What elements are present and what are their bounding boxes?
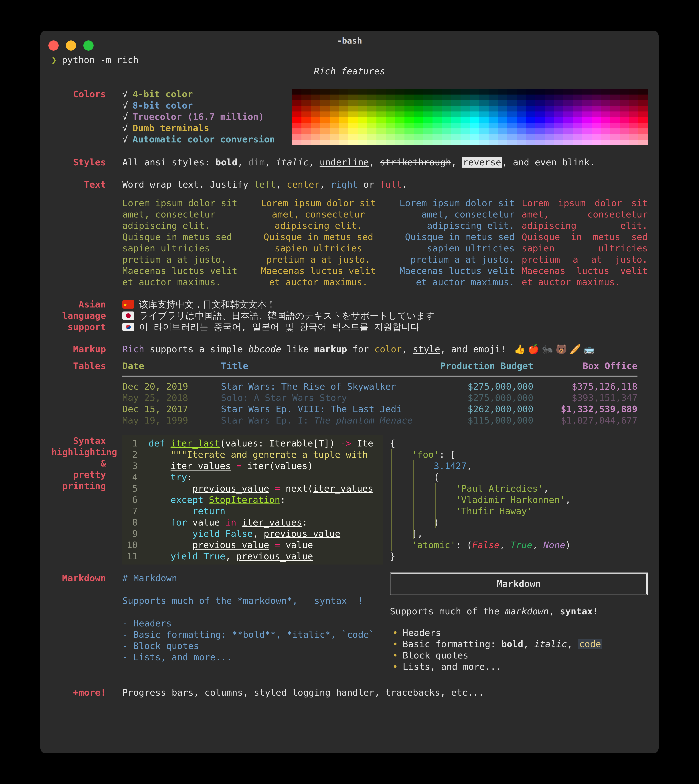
spectrum-cell — [517, 128, 526, 134]
spectrum-cell — [451, 106, 460, 111]
spectrum-cell — [423, 117, 432, 123]
spectrum-cell — [582, 89, 591, 95]
spectrum-cell — [330, 117, 339, 123]
spectrum-cell — [489, 89, 498, 95]
text-segment: for — [347, 344, 374, 354]
check-icon: √ — [122, 134, 128, 145]
spectrum-cell — [638, 134, 648, 140]
spectrum-cell — [301, 89, 311, 95]
spectrum-cell — [395, 89, 404, 95]
text-segment: : — [187, 472, 192, 483]
spectrum-cell — [479, 140, 489, 145]
page-title: Rich features — [51, 66, 648, 77]
markdown-bullet-item: •Block quotes — [390, 650, 648, 661]
text-segment: $393,151,347 — [544, 392, 638, 404]
text-segment: previous_value — [192, 483, 269, 494]
spectrum-cell — [554, 95, 563, 100]
spectrum-cell — [591, 111, 601, 117]
text-segment: Lists, and more... — [403, 661, 501, 672]
section-label-tables: Tables — [51, 360, 122, 426]
text-segment: . — [590, 157, 595, 168]
spectrum-cell — [292, 128, 301, 134]
spectrum-cell — [301, 128, 311, 134]
text-segment: Star Wars Ep. I: The phantom Menace — [221, 415, 413, 426]
spectrum-cell — [582, 128, 591, 134]
markdown-bullet-item: •Lists, and more... — [390, 661, 648, 672]
spectrum-cell — [423, 89, 432, 95]
text-segment: : ( — [456, 540, 472, 550]
text-segment: markup — [314, 344, 347, 354]
spectrum-cell — [348, 140, 358, 145]
spectrum-cell — [563, 89, 573, 95]
spectrum-cell — [348, 95, 358, 100]
text-segment: Star Wars Ep. VIII: The Last Jedi — [221, 404, 413, 415]
korea-flag-icon — [122, 323, 134, 331]
table-row: Dec 20, 2019Star Wars: The Rise of Skywa… — [122, 381, 638, 392]
text-segment: ( — [390, 472, 439, 483]
spectrum-cell — [460, 95, 470, 100]
title-bar: -bash — [40, 31, 659, 51]
text-segment: False — [472, 540, 500, 550]
spectrum-cell — [582, 140, 591, 145]
spectrum-cell — [386, 89, 395, 95]
text-segment: previous_value — [236, 551, 313, 561]
spectrum-cell — [535, 106, 545, 111]
spectrum-cell — [479, 128, 489, 134]
spectrum-cell — [479, 106, 489, 111]
spectrum-cell — [292, 100, 301, 106]
pretty-line: ], — [390, 528, 648, 539]
spectrum-cell — [320, 95, 330, 100]
table-row: May 19, 1999Star Wars Ep. I: The phantom… — [122, 415, 638, 426]
spectrum-row — [292, 95, 648, 100]
spectrum-cell — [386, 111, 395, 117]
text-segment: iter_values — [313, 483, 373, 494]
spectrum-cell — [554, 111, 563, 117]
spectrum-cell — [610, 140, 619, 145]
text-segment: , — [276, 179, 287, 190]
spectrum-row — [292, 89, 648, 95]
spectrum-cell — [591, 95, 601, 100]
spectrum-cell — [330, 100, 339, 106]
spectrum-cell — [638, 95, 648, 100]
text-segment — [231, 461, 236, 471]
spectrum-cell — [545, 123, 554, 128]
markdown-source-line: - Basic formatting: **bold**, *italic*, … — [122, 629, 383, 640]
lorem-column: Lorem ipsum dolor sit amet, consectetur … — [255, 198, 381, 288]
text-segment: $275,000,000 — [424, 381, 533, 392]
text-segment: , — [225, 551, 236, 561]
spectrum-cell — [376, 111, 386, 117]
indent-guide — [435, 483, 436, 528]
asian-language-lines: 该库支持中文，日文和韩文文本！ライブラリは中国語、日本語、韓国語のテキストをサポ… — [122, 299, 648, 332]
spectrum-cell — [610, 106, 619, 111]
text-segment: dim — [248, 157, 265, 168]
text-segment: { — [390, 438, 395, 448]
spectrum-cell — [330, 89, 339, 95]
spectrum-cell — [610, 134, 619, 140]
text-segment: supports a simple — [144, 344, 248, 354]
spectrum-row — [292, 128, 648, 134]
markdown-heading: Markdown — [497, 578, 541, 590]
spectrum-cell — [404, 100, 414, 106]
spectrum-cell — [489, 106, 498, 111]
text-segment: def — [149, 438, 171, 448]
spectrum-cell — [545, 128, 554, 134]
spectrum-cell — [573, 134, 582, 140]
spectrum-cell — [432, 95, 442, 100]
indent-guide — [172, 449, 172, 562]
asian-language-line: 该库支持中文，日文和韩文文本！ — [122, 299, 648, 310]
spectrum-cell — [386, 134, 395, 140]
spectrum-cell — [358, 117, 367, 123]
text-segment: Star Wars: The Rise of Skywalker — [221, 381, 396, 392]
china-flag-icon — [122, 300, 134, 309]
text-segment: Ite — [351, 438, 373, 448]
spectrum-cell — [292, 123, 301, 128]
spectrum-cell — [460, 140, 470, 145]
spectrum-cell — [320, 123, 330, 128]
pretty-print-block: { 'foo': [ 3.1427, ( 'Paul Atriedies', '… — [390, 435, 648, 562]
text-segment: code — [578, 639, 602, 649]
text-segment — [149, 495, 171, 505]
line-number: 10 — [127, 539, 137, 551]
markdown-bullet-list: •Headers•Basic formatting: bold, italic,… — [390, 627, 648, 672]
window-title: -bash — [40, 31, 659, 51]
text-segment: Solo: A Star Wars Story — [221, 392, 413, 404]
